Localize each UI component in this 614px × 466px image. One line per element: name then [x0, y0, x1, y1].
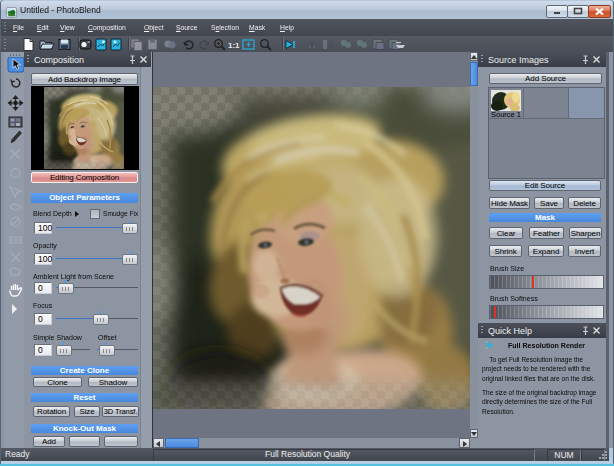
svg-text:1:1: 1:1	[228, 41, 240, 50]
